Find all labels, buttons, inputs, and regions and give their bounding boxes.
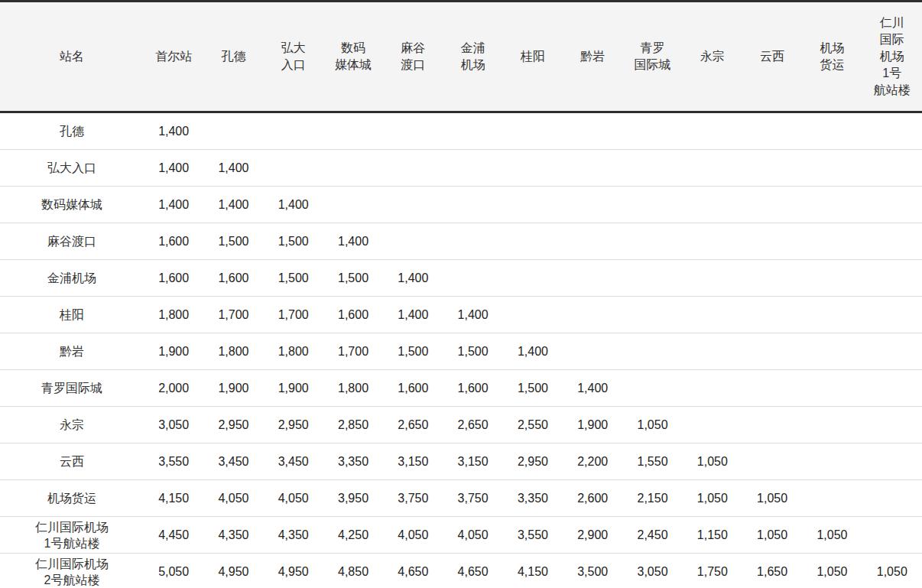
fare-cell: 3,350	[503, 480, 563, 517]
fare-cell: 2,450	[622, 517, 682, 554]
table-row: 仁川国际机场 1号航站楼4,4504,3504,3504,2504,0504,0…	[0, 517, 922, 554]
empty-cell	[383, 150, 443, 187]
row-station-label: 弘大入口	[0, 150, 144, 187]
fare-cell: 2,950	[203, 407, 263, 443]
fare-cell: 1,150	[683, 517, 742, 554]
empty-cell	[622, 187, 682, 223]
row-station-label: 青罗国际城	[0, 370, 144, 407]
fare-cell: 3,750	[383, 480, 443, 517]
empty-cell	[802, 260, 862, 297]
empty-cell	[443, 260, 502, 297]
fare-cell: 2,150	[622, 480, 682, 517]
fare-cell: 1,500	[264, 223, 323, 260]
fare-cell: 1,500	[503, 370, 563, 407]
fare-cell: 1,650	[742, 554, 802, 588]
fare-cell: 1,550	[622, 443, 682, 480]
fare-cell: 1,050	[742, 480, 802, 517]
empty-cell	[622, 333, 682, 370]
fare-cell: 1,400	[563, 370, 622, 407]
column-header: 黔岩	[563, 2, 622, 112]
fare-cell: 2,950	[264, 407, 323, 443]
row-station-label: 黔岩	[0, 333, 144, 370]
fare-cell: 1,500	[264, 260, 323, 297]
fare-cell: 3,150	[443, 443, 502, 480]
fare-cell: 3,550	[503, 517, 563, 554]
empty-cell	[742, 260, 802, 297]
fare-cell: 3,450	[203, 443, 263, 480]
fare-cell: 3,550	[144, 443, 203, 480]
corner-header-station-name: 站名	[0, 2, 144, 112]
row-station-label: 机场货运	[0, 480, 144, 517]
column-header: 麻谷 渡口	[383, 2, 443, 112]
column-header: 弘大 入口	[264, 2, 323, 112]
empty-cell	[802, 223, 862, 260]
fare-cell: 2,600	[563, 480, 622, 517]
fare-cell: 1,700	[203, 297, 263, 333]
fare-cell: 1,400	[203, 150, 263, 187]
fare-cell: 1,400	[443, 297, 502, 333]
empty-cell	[563, 333, 622, 370]
empty-cell	[742, 443, 802, 480]
row-station-label: 桂阳	[0, 297, 144, 333]
fare-cell: 1,400	[203, 187, 263, 223]
fare-cell: 1,400	[383, 260, 443, 297]
fare-cell: 1,500	[443, 333, 502, 370]
empty-cell	[563, 297, 622, 333]
fare-cell: 1,800	[203, 333, 263, 370]
fare-cell: 1,700	[323, 333, 383, 370]
table-row: 孔德1,400	[0, 112, 922, 150]
fare-cell: 1,800	[144, 297, 203, 333]
empty-cell	[323, 187, 383, 223]
fare-cell: 4,150	[503, 554, 563, 588]
fare-cell: 2,550	[503, 407, 563, 443]
empty-cell	[383, 223, 443, 260]
column-header: 首尔站	[144, 2, 203, 112]
table-row: 机场货运4,1504,0504,0503,9503,7503,7503,3502…	[0, 480, 922, 517]
empty-cell	[742, 112, 802, 150]
table-row: 金浦机场1,6001,6001,5001,5001,400	[0, 260, 922, 297]
empty-cell	[622, 370, 682, 407]
fare-cell: 3,350	[323, 443, 383, 480]
empty-cell	[203, 112, 263, 150]
fare-cell: 1,400	[144, 112, 203, 150]
fare-cell: 2,900	[563, 517, 622, 554]
header-row: 站名 首尔站孔德弘大 入口数码 媒体城麻谷 渡口金浦 机场桂阳黔岩青罗 国际城永…	[0, 2, 922, 112]
empty-cell	[802, 187, 862, 223]
fare-cell: 1,600	[443, 370, 502, 407]
fare-cell: 1,800	[264, 333, 323, 370]
fare-cell: 3,450	[264, 443, 323, 480]
empty-cell	[563, 260, 622, 297]
fare-cell: 4,950	[203, 554, 263, 588]
fare-cell: 1,500	[323, 260, 383, 297]
empty-cell	[742, 223, 802, 260]
fare-cell: 3,950	[323, 480, 383, 517]
column-header: 数码 媒体城	[323, 2, 383, 112]
empty-cell	[862, 517, 922, 554]
table-row: 弘大入口1,4001,400	[0, 150, 922, 187]
empty-cell	[503, 187, 563, 223]
empty-cell	[503, 260, 563, 297]
fare-cell: 1,900	[264, 370, 323, 407]
fare-cell: 5,050	[144, 554, 203, 588]
empty-cell	[622, 223, 682, 260]
fare-cell: 1,500	[203, 223, 263, 260]
empty-cell	[802, 297, 862, 333]
fare-cell: 4,950	[264, 554, 323, 588]
empty-cell	[862, 370, 922, 407]
fare-cell: 1,050	[862, 554, 922, 588]
empty-cell	[862, 187, 922, 223]
fare-cell: 4,050	[383, 517, 443, 554]
fare-cell: 1,500	[383, 333, 443, 370]
table-row: 桂阳1,8001,7001,7001,6001,4001,400	[0, 297, 922, 333]
empty-cell	[503, 112, 563, 150]
fare-cell: 4,350	[264, 517, 323, 554]
empty-cell	[622, 150, 682, 187]
row-station-label: 仁川国际机场 2号航站楼	[0, 554, 144, 588]
empty-cell	[742, 150, 802, 187]
empty-cell	[622, 297, 682, 333]
empty-cell	[802, 150, 862, 187]
column-header: 孔德	[203, 2, 263, 112]
column-header: 青罗 国际城	[622, 2, 682, 112]
empty-cell	[622, 112, 682, 150]
fare-cell: 3,500	[563, 554, 622, 588]
